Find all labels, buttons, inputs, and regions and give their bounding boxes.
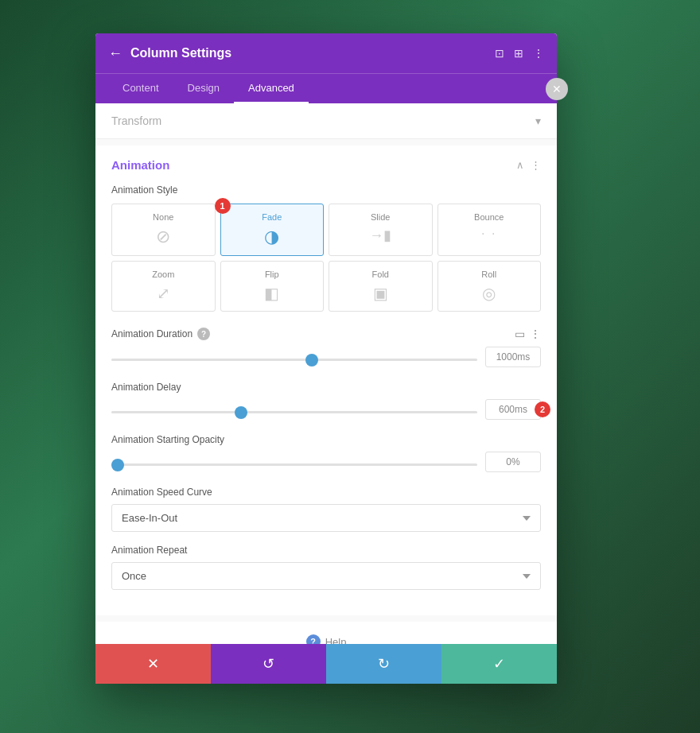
- modal-title: Column Settings: [130, 46, 231, 60]
- duration-slider-row: Animation Duration ? ▭ ⋮ 1000ms: [111, 328, 541, 367]
- help-label: Help: [325, 636, 347, 645]
- duration-value: 1000ms: [485, 347, 541, 367]
- badge-1: 1: [215, 198, 231, 214]
- style-none[interactable]: None ⊘: [111, 204, 216, 256]
- style-slide[interactable]: Slide →▮: [329, 204, 433, 256]
- section-header: Animation ∧ ⋮: [111, 158, 541, 172]
- style-bounce-label: Bounce: [474, 212, 504, 222]
- repeat-row: Animation Repeat Once Loop Never: [111, 545, 541, 590]
- style-flip-icon: ◧: [264, 284, 279, 303]
- more-icon[interactable]: ⋮: [533, 47, 544, 60]
- collapse-icon[interactable]: ∧: [516, 159, 524, 171]
- style-fade-label: Fade: [262, 212, 282, 222]
- cancel-button[interactable]: ✕: [95, 644, 211, 684]
- save-icon: ✓: [493, 655, 505, 673]
- style-slide-icon: →▮: [369, 227, 391, 244]
- section-more-icon[interactable]: ⋮: [531, 159, 541, 171]
- header-right: ⊡ ⊞ ⋮: [495, 47, 544, 60]
- modal-body: Transform ▾ Animation ∧ ⋮ Animation Styl…: [95, 103, 557, 644]
- repeat-label: Animation Repeat: [111, 545, 541, 556]
- help-circle-icon: ?: [306, 634, 321, 644]
- duration-header: Animation Duration ? ▭ ⋮: [111, 328, 541, 340]
- style-zoom-icon: ⤢: [157, 284, 170, 303]
- duration-slider-with-value: 1000ms: [111, 347, 541, 367]
- animation-title: Animation: [111, 158, 169, 172]
- duration-dots-icon[interactable]: ⋮: [530, 328, 541, 340]
- duration-slider-icons: ▭ ⋮: [515, 328, 541, 340]
- animation-section: Animation ∧ ⋮ Animation Style None ⊘ 1 F…: [95, 145, 557, 615]
- transform-section[interactable]: Transform ▾: [95, 103, 557, 139]
- style-roll-label: Roll: [481, 270, 496, 279]
- style-zoom[interactable]: Zoom ⤢: [111, 261, 216, 312]
- modal-tabs: Content Design Advanced ✕: [95, 73, 557, 103]
- style-fold-label: Fold: [372, 270, 389, 279]
- opacity-slider-with-value: 0%: [111, 452, 541, 472]
- cancel-icon: ✕: [147, 655, 159, 673]
- duration-track-container: [111, 350, 477, 364]
- style-roll-icon: ◎: [482, 284, 496, 303]
- style-fade[interactable]: 1 Fade ◑: [220, 204, 325, 256]
- style-fold[interactable]: Fold ▣: [329, 261, 433, 312]
- undo-button[interactable]: ↺: [211, 644, 326, 684]
- tab-advanced[interactable]: Advanced: [234, 74, 309, 103]
- duration-help-icon[interactable]: ?: [197, 328, 210, 340]
- back-icon[interactable]: ←: [108, 45, 122, 62]
- header-left: ← Column Settings: [108, 45, 231, 62]
- style-fade-icon: ◑: [264, 227, 279, 247]
- delay-slider-with-value: 600ms 2: [111, 399, 541, 420]
- speed-curve-label: Animation Speed Curve: [111, 487, 541, 498]
- opacity-track-container: [111, 455, 477, 469]
- delay-label: Animation Delay: [111, 382, 181, 393]
- opacity-value: 0%: [485, 452, 541, 472]
- badge-2: 2: [535, 401, 550, 417]
- style-bounce[interactable]: Bounce · ·: [438, 204, 542, 256]
- style-none-icon: ⊘: [156, 227, 170, 247]
- modal-header: ← Column Settings ⊡ ⊞ ⋮: [95, 33, 557, 73]
- column-settings-modal: ← Column Settings ⊡ ⊞ ⋮ Content Design A…: [95, 33, 557, 684]
- style-slide-label: Slide: [371, 212, 390, 222]
- style-flip[interactable]: Flip ◧: [220, 261, 325, 312]
- chevron-down-icon: ▾: [535, 114, 541, 127]
- duration-slider[interactable]: [111, 359, 477, 361]
- help-row[interactable]: ? Help: [95, 622, 557, 644]
- speed-curve-row: Animation Speed Curve Ease-In-Out Ease-I…: [111, 487, 541, 532]
- animation-style-grid: None ⊘ 1 Fade ◑ Slide →▮ Bounce · ·: [111, 204, 541, 312]
- redo-button[interactable]: ↻: [326, 644, 441, 684]
- tab-content[interactable]: Content: [108, 74, 173, 103]
- style-flip-label: Flip: [265, 270, 279, 279]
- animation-style-label: Animation Style: [111, 184, 541, 196]
- redo-icon: ↻: [378, 655, 390, 673]
- delay-track-container: [111, 402, 477, 417]
- style-none-label: None: [153, 212, 173, 222]
- opacity-slider-row: Animation Starting Opacity 0%: [111, 434, 541, 472]
- style-zoom-label: Zoom: [152, 270, 174, 279]
- delay-slider-row: Animation Delay 600ms 2: [111, 382, 541, 420]
- duration-label: Animation Duration: [111, 328, 192, 339]
- save-button[interactable]: ✓: [441, 644, 557, 684]
- opacity-header: Animation Starting Opacity: [111, 434, 541, 445]
- undo-icon: ↺: [262, 655, 274, 673]
- style-roll[interactable]: Roll ◎: [438, 261, 542, 312]
- close-button[interactable]: ✕: [546, 78, 568, 100]
- layout-icon[interactable]: ⊞: [514, 47, 523, 60]
- speed-curve-select[interactable]: Ease-In-Out Ease-In Ease-Out Linear Ease…: [111, 504, 541, 532]
- style-fold-icon: ▣: [373, 284, 388, 303]
- transform-label: Transform: [111, 114, 161, 127]
- delay-slider[interactable]: [111, 411, 477, 413]
- delay-value: 600ms: [485, 399, 541, 420]
- opacity-slider[interactable]: [111, 463, 477, 466]
- tab-design[interactable]: Design: [173, 74, 234, 103]
- modal-footer: ✕ ↺ ↻ ✓: [95, 644, 557, 684]
- repeat-select[interactable]: Once Loop Never: [111, 562, 541, 590]
- device-icon[interactable]: ▭: [515, 328, 525, 340]
- section-controls: ∧ ⋮: [516, 159, 541, 171]
- expand-icon[interactable]: ⊡: [495, 47, 504, 60]
- style-bounce-icon: · ·: [481, 227, 496, 241]
- opacity-label: Animation Starting Opacity: [111, 434, 224, 445]
- delay-header: Animation Delay: [111, 382, 541, 393]
